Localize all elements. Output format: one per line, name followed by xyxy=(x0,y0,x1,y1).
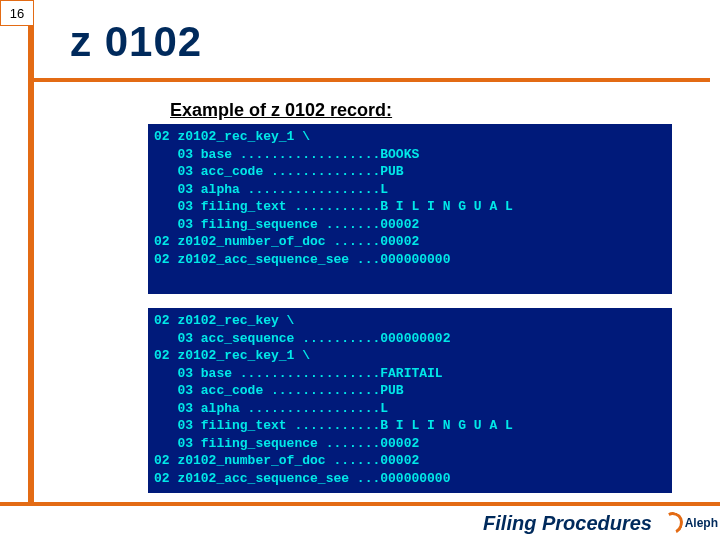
slide-number-box: 16 xyxy=(0,0,34,26)
terminal-block-1: 02 z0102_rec_key_1 \ 03 base ...........… xyxy=(148,124,672,294)
slide: 16 z 0102 Example of z 0102 record: 02 z… xyxy=(0,0,720,540)
footer-title: Filing Procedures xyxy=(483,512,652,535)
slide-title: z 0102 xyxy=(70,18,202,66)
slide-number: 16 xyxy=(10,6,24,21)
terminal-block-2: 02 z0102_rec_key \ 03 acc_sequence .....… xyxy=(148,308,672,493)
logo-text: Aleph xyxy=(685,516,718,530)
subheading: Example of z 0102 record: xyxy=(170,100,392,121)
title-rule xyxy=(34,78,710,82)
logo: Aleph xyxy=(662,507,718,539)
logo-swoosh-icon xyxy=(659,509,686,537)
footer: Filing Procedures Aleph xyxy=(0,502,720,540)
